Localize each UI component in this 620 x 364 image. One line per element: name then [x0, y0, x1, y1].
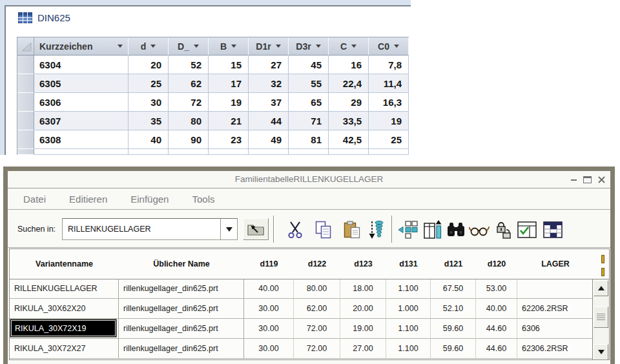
menu-datei[interactable]: Datei	[23, 194, 46, 205]
column-header-D1r[interactable]: D1r	[249, 37, 289, 56]
cell[interactable]: 27	[249, 56, 289, 74]
cut-button[interactable]	[284, 218, 307, 241]
insert-instance-row-button[interactable]	[397, 218, 420, 241]
cell-ueblicher-name[interactable]: rillenkugellager_din625.prt	[119, 319, 244, 339]
titlebar[interactable]: FamilientabelleRILLENKUGELLAGER	[8, 171, 610, 188]
filter-dropdown-icon[interactable]	[351, 45, 356, 48]
cell-lager[interactable]: 62206.2RSR	[517, 299, 594, 319]
search-value[interactable]: RILLENKUGELLAGER	[63, 219, 220, 239]
cell[interactable]: 72.00	[294, 339, 340, 359]
cell-lager[interactable]	[517, 279, 594, 299]
cell-ueblicher-name[interactable]: rillenkugellager_din625.prt	[119, 299, 244, 319]
cell[interactable]: 52.10	[431, 299, 476, 319]
column-header-d121[interactable]: d121	[431, 259, 476, 268]
row-header[interactable]	[17, 56, 34, 74]
column-header-D3r[interactable]: D3r	[289, 37, 329, 56]
column-header-C0[interactable]: C0	[369, 37, 409, 56]
cell[interactable]: 40	[129, 130, 169, 149]
row-header[interactable]	[17, 93, 34, 112]
selected-cell[interactable]: RIKULA_30X72X19	[10, 319, 117, 338]
cell[interactable]: 65	[289, 93, 329, 112]
column-header-d131[interactable]: d131	[386, 259, 431, 268]
close-icon[interactable]	[598, 176, 605, 183]
cell-lager[interactable]: 6306	[517, 319, 594, 339]
cell[interactable]: 40.00	[244, 279, 294, 299]
lock-unlock-button[interactable]	[492, 218, 515, 241]
cell-ueblicher-name[interactable]: rillenkugellager_din625.prt	[119, 279, 244, 299]
minimize-button[interactable]	[571, 179, 577, 181]
cell[interactable]: 6307	[34, 112, 129, 130]
scroll-thumb[interactable]	[594, 307, 608, 328]
cell[interactable]: 32	[249, 74, 289, 93]
cell[interactable]: 6308	[34, 130, 129, 149]
column-header-ueblicher-name[interactable]: Üblicher Name	[119, 259, 244, 268]
cell-variantenname[interactable]: RILLENKUGELLAGER	[10, 279, 119, 299]
cell[interactable]: 44	[249, 112, 289, 130]
cell-variantenname-selected[interactable]: RIKULA_30X72X19	[10, 319, 119, 339]
cell[interactable]: 19	[369, 112, 409, 130]
cell[interactable]: 16	[329, 56, 369, 74]
cell[interactable]: 49	[249, 130, 289, 149]
paste-button[interactable]	[340, 218, 364, 241]
column-header-D[interactable]: D_	[169, 37, 209, 56]
column-header-C[interactable]: C	[329, 37, 369, 56]
cell[interactable]: 80	[169, 112, 209, 130]
cell[interactable]: 37	[249, 93, 289, 112]
find-button[interactable]	[444, 218, 468, 241]
copy-button[interactable]	[312, 218, 335, 241]
cell[interactable]: 53.00	[476, 279, 517, 299]
column-header-d123[interactable]: d123	[340, 259, 386, 268]
cell[interactable]: 19.00	[340, 319, 386, 339]
cell[interactable]: 62	[169, 74, 209, 93]
filter-dropdown-icon[interactable]	[316, 45, 321, 48]
cell[interactable]: 19	[209, 93, 249, 112]
cell[interactable]: 25	[129, 74, 169, 93]
folder-up-button[interactable]	[243, 218, 269, 240]
column-header-d122[interactable]: d122	[294, 259, 340, 268]
column-header-B[interactable]: B	[209, 37, 249, 56]
cell[interactable]: 62.00	[294, 299, 340, 319]
column-header-d[interactable]: d	[129, 37, 169, 56]
column-header-kurzzeichen[interactable]: Kurzzeichen	[34, 37, 129, 56]
row-header[interactable]	[17, 130, 34, 149]
cell-variantenname[interactable]: RIKULA_30X62X20	[10, 299, 119, 319]
cell[interactable]: 72	[169, 93, 209, 112]
cell-lager[interactable]: 62306.2RSR	[517, 339, 594, 359]
cell[interactable]: 17	[209, 74, 249, 93]
cell[interactable]: 18.00	[340, 279, 386, 299]
cell[interactable]: 30.00	[244, 339, 294, 359]
cell[interactable]: 1.100	[386, 339, 431, 359]
cell[interactable]: 71	[289, 112, 329, 130]
cell[interactable]: 27.00	[340, 339, 386, 359]
table-name[interactable]: DIN625	[37, 12, 70, 23]
cell[interactable]: 44.60	[476, 339, 517, 359]
row-header[interactable]	[17, 74, 34, 93]
cell[interactable]: 11,4	[369, 74, 409, 93]
cell-ueblicher-name[interactable]: rillenkugellager_din625.prt	[119, 339, 244, 359]
filter-dropdown-icon[interactable]	[231, 45, 236, 48]
sort-instances-button[interactable]	[364, 218, 388, 241]
filter-dropdown-icon[interactable]	[194, 45, 199, 48]
cell[interactable]: 52	[169, 56, 209, 74]
column-header-lager[interactable]: LAGER	[517, 259, 594, 268]
filter-dropdown-icon[interactable]	[150, 45, 156, 48]
scroll-down-button[interactable]	[594, 344, 608, 360]
filter-dropdown-icon[interactable]	[394, 45, 399, 48]
edit-table-button[interactable]	[541, 218, 564, 241]
cell[interactable]: 1.100	[386, 279, 431, 299]
cell[interactable]: 22,4	[329, 74, 369, 93]
cell[interactable]: 1.100	[386, 319, 431, 339]
cell[interactable]: 44.60	[476, 319, 517, 339]
cell[interactable]: 16,3	[369, 93, 409, 112]
column-header-d119[interactable]: d119	[244, 259, 294, 268]
menu-einfuegen[interactable]: Einfügen	[130, 194, 169, 205]
cell[interactable]: 45	[289, 56, 329, 74]
cell[interactable]: 42,5	[329, 130, 369, 149]
cell[interactable]: 59.60	[431, 339, 476, 359]
filter-dropdown-icon[interactable]	[118, 45, 123, 48]
row-header[interactable]	[17, 112, 34, 130]
cell-variantenname[interactable]: RIKULA_30X72X27	[10, 339, 119, 359]
cell[interactable]: 20.00	[340, 299, 386, 319]
cell[interactable]: 6304	[34, 56, 129, 74]
cell[interactable]: 81	[289, 130, 329, 149]
